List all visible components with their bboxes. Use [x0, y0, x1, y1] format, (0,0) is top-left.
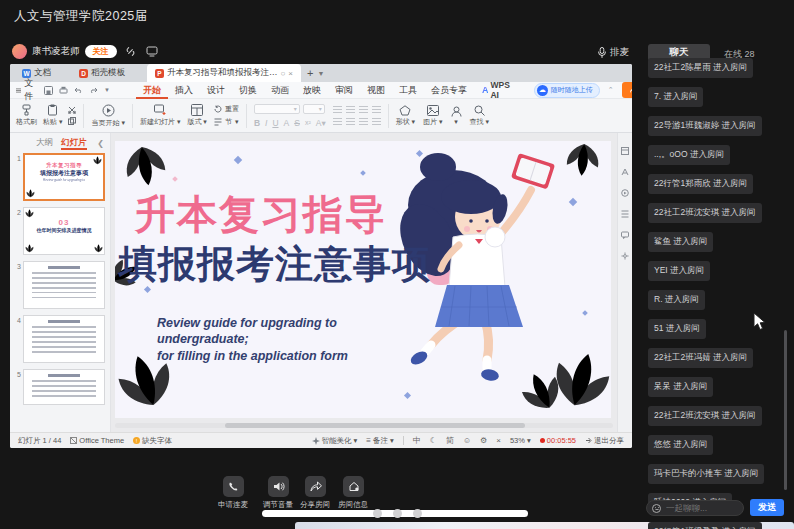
properties-icon[interactable] — [621, 147, 629, 155]
screen-share-icon[interactable] — [144, 45, 161, 58]
mic-icon — [597, 47, 607, 58]
chat-message: 51 进入房间 — [648, 319, 706, 339]
slide-thumbnail-selected[interactable]: 升本复习指导 填报报考注意事项 Review guide for upgradi… — [23, 153, 105, 201]
send-button[interactable]: 发送 — [750, 499, 784, 516]
ribbon-collapse-icon[interactable]: ⌃ — [608, 86, 614, 94]
qat-caret-icon[interactable]: ▼ — [104, 87, 110, 93]
redo-icon[interactable] — [89, 86, 98, 94]
ribbon-tab-4[interactable]: 切换 — [232, 82, 264, 99]
eye-protect-icon[interactable]: ☾ — [430, 436, 437, 445]
slide-thumbnail[interactable] — [23, 315, 105, 363]
paste-button[interactable]: 粘贴 ▾ — [43, 104, 62, 127]
volume-label: 调节音量 — [258, 500, 298, 510]
cloud-upload-banner[interactable]: ☁ 随时随地上传 — [534, 83, 600, 98]
ribbon-tab-8[interactable]: 视图 — [360, 82, 392, 99]
theme-indicator[interactable]: Office Theme — [70, 436, 124, 445]
notes-button[interactable]: ≡备注 ▾ — [366, 436, 393, 446]
thumbnail-row-1[interactable]: 1 升本复习指导 填报报考注意事项 Review guide for upgra… — [10, 153, 110, 201]
slide-counter: 幻灯片 1 / 44 — [18, 436, 61, 446]
thumbnail-row-5[interactable]: 5 — [10, 369, 110, 405]
slide-thumbnail[interactable] — [23, 369, 105, 405]
zoom-level[interactable]: 53% ▾ — [510, 436, 531, 445]
thumbnail-row-3[interactable]: 3 — [10, 261, 110, 309]
ribbon-tab-6[interactable]: 放映 — [296, 82, 328, 99]
room-info-button[interactable] — [343, 476, 364, 497]
follow-badge[interactable]: 关注 — [85, 45, 117, 58]
ppt-icon: P — [155, 69, 164, 78]
tab-list-caret-icon[interactable]: ▼ — [317, 70, 324, 77]
undo-icon[interactable] — [74, 86, 83, 94]
selection-pane-icon[interactable] — [621, 210, 629, 218]
format-painter-button[interactable]: 格式刷 — [16, 104, 37, 127]
reset-button[interactable]: 重置 — [214, 104, 239, 114]
wps-ai-tab[interactable]: A WPS AI — [482, 80, 510, 100]
docer-icon: D — [79, 69, 88, 78]
host-avatar — [12, 44, 27, 59]
lang-toggle[interactable]: 中 — [413, 435, 421, 446]
simplified-chinese-toggle[interactable]: 简 — [446, 435, 454, 446]
section-button[interactable]: 节 ▾ — [214, 117, 239, 127]
chat-message: 鲨鱼 进入房间 — [648, 232, 713, 252]
copy-icon[interactable] — [68, 117, 76, 125]
ribbon-tab-5[interactable]: 动画 — [264, 82, 296, 99]
print-icon[interactable] — [59, 86, 68, 95]
ribbon-tab-9[interactable]: 工具 — [392, 82, 424, 99]
emoji-feedback-icon[interactable]: ☺ — [463, 436, 471, 445]
thumbnail-row-4[interactable]: 4 — [10, 315, 110, 363]
slide-thumbnail[interactable] — [23, 261, 105, 309]
close-pane-icon[interactable]: × — [496, 436, 501, 445]
panel-collapse-icon[interactable]: ❮ — [97, 139, 104, 148]
wordart-icon-button[interactable]: ▾ — [451, 106, 462, 126]
ribbon-tab-10[interactable]: 会员专享 — [424, 82, 474, 99]
close-tab-icon[interactable]: × — [288, 69, 293, 78]
font-name-select[interactable]: ▾ — [254, 104, 300, 114]
paragraph-group[interactable] — [333, 106, 381, 126]
horizontal-scrollbar[interactable] — [115, 423, 613, 428]
emoji-icon[interactable] — [652, 504, 661, 513]
share-button[interactable]: 分享 — [622, 82, 632, 98]
font-size-select[interactable]: ▾ — [303, 104, 325, 114]
volume-button[interactable] — [268, 476, 289, 497]
mic-queue-button[interactable]: 排麦 — [597, 46, 629, 59]
comment-pane-icon[interactable] — [621, 231, 629, 239]
picture-button[interactable]: 图片 ▾ — [423, 105, 442, 127]
chat-message: 呆呆 进入房间 — [648, 377, 713, 397]
thumbnail-row-2[interactable]: 2 03 往年时间安排及进度情况 — [10, 207, 110, 255]
wps-tab-active-document[interactable]: P 升本复习指导和填报报考注… ○ × — [147, 64, 301, 82]
ribbon-tab-2[interactable]: 插入 — [168, 82, 200, 99]
settings-gear-icon[interactable]: ⚙ — [480, 436, 487, 445]
exit-share-button[interactable]: 退出分享 — [585, 436, 624, 446]
slide-layout-button[interactable]: 版式 ▾ — [187, 104, 206, 127]
animation-pane-icon[interactable] — [621, 189, 629, 197]
chat-scrollbar[interactable] — [784, 330, 787, 490]
ribbon-tab-3[interactable]: 设计 — [200, 82, 232, 99]
new-tab-button[interactable]: + — [307, 67, 313, 79]
room-title: 人文与管理学院2025届 — [14, 8, 148, 25]
shapes-button[interactable]: 形状 ▾ — [396, 105, 415, 127]
missing-font-warning[interactable]: ! 缺失字体 — [133, 436, 172, 446]
recording-timer: 00:05:55 — [540, 436, 576, 445]
slide-thumbnail[interactable]: 03 往年时间安排及进度情况 — [23, 207, 105, 255]
chat-input-box[interactable] — [646, 500, 744, 516]
cut-icon[interactable] — [68, 106, 76, 114]
ribbon-tab-7[interactable]: 审阅 — [328, 82, 360, 99]
smart-beautify-button[interactable]: 智能美化 ▾ — [312, 436, 358, 446]
save-icon[interactable] — [44, 86, 53, 95]
play-from-current-button[interactable]: 当页开始 ▾ — [91, 104, 124, 128]
wps-tab-docer[interactable]: D 稻壳模板 — [71, 64, 133, 82]
find-button[interactable]: 查找 ▾ — [470, 105, 489, 127]
text-pane-icon[interactable] — [621, 168, 629, 176]
current-slide[interactable]: 升本复习指导 填报报考注意事项 Review guide for upgradi… — [115, 141, 611, 418]
chat-message: 22社工2陈星雨 进入房间 — [648, 58, 753, 78]
link-icon[interactable] — [122, 45, 139, 58]
font-style-buttons[interactable]: BIUASx²A▾ — [254, 118, 326, 128]
chat-text-input[interactable] — [664, 502, 732, 514]
tab-outline[interactable]: 大纲 — [36, 137, 53, 149]
ribbon-tab-1[interactable]: 开始 — [136, 82, 168, 99]
request-mic-button[interactable] — [223, 476, 244, 497]
share-room-button[interactable] — [305, 476, 326, 497]
new-slide-button[interactable]: 新建幻灯片 ▾ — [140, 104, 180, 127]
settings-pane-icon[interactable] — [621, 252, 629, 260]
tab-slides[interactable]: 幻灯片 — [61, 137, 87, 150]
file-menu[interactable]: 文件 — [16, 77, 36, 103]
